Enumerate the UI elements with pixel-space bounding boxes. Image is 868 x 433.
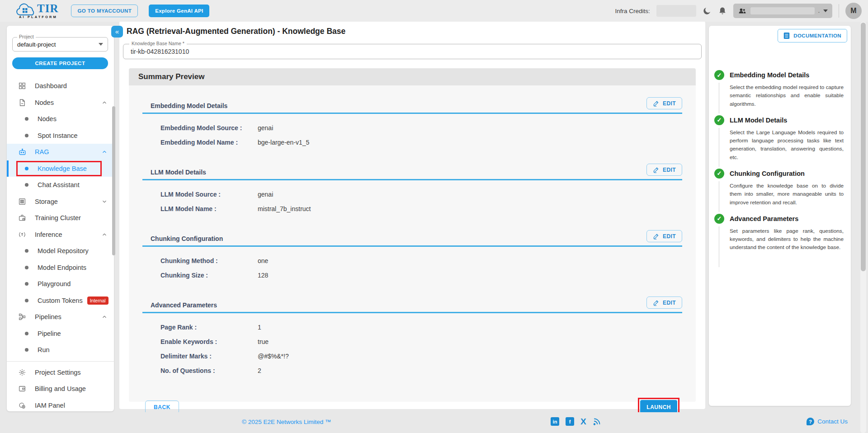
create-project-button[interactable]: CREATE PROJECT bbox=[12, 57, 108, 69]
summary-row: Chunking Size : 128 bbox=[160, 272, 682, 279]
sidebar-item-iam-panel[interactable]: IAM Panel bbox=[7, 397, 114, 414]
sidebar-item-knowledge-base[interactable]: Knowledge Base bbox=[7, 160, 114, 177]
user-account-dropdown[interactable]: . bbox=[733, 4, 832, 18]
summary-preview-title: Summary Preview bbox=[129, 68, 696, 85]
sidebar-item-pipeline[interactable]: Pipeline bbox=[7, 325, 114, 342]
page-title: RAG (Retrieval-Augmented Generation) - K… bbox=[127, 27, 345, 36]
section-advanced-parameters: Advanced Parameters EDIT bbox=[142, 297, 682, 313]
sidebar-item-nodes-sub[interactable]: Nodes bbox=[7, 111, 114, 127]
bullet-icon bbox=[25, 266, 28, 269]
sidebar-scrollbar[interactable] bbox=[112, 106, 115, 255]
brand-name: TIR bbox=[37, 4, 58, 14]
step-embedding-model-details: ✓ Embedding Model Details Select the emb… bbox=[714, 70, 844, 108]
copyright-text: © 2025 E2E Networks Limited ™ bbox=[242, 419, 331, 425]
sidebar-collapse-button[interactable]: « bbox=[111, 26, 123, 38]
section-title: Chunking Configuration bbox=[151, 235, 223, 242]
notifications-bell-icon[interactable] bbox=[718, 6, 727, 15]
edit-chunking-button[interactable]: EDIT bbox=[646, 230, 682, 242]
linkedin-icon[interactable]: in bbox=[551, 417, 559, 426]
people-icon bbox=[738, 6, 747, 15]
username-redacted bbox=[750, 7, 815, 14]
internal-badge: Internal bbox=[87, 297, 108, 305]
knowledge-base-name-field: Knowledge Base Name * bbox=[123, 44, 702, 59]
sidebar-item-model-endpoints[interactable]: Model Endpoints bbox=[7, 259, 114, 276]
summary-row: LLM Model Name : mistral_7b_instruct bbox=[160, 205, 682, 212]
avatar[interactable]: M bbox=[845, 3, 862, 19]
chevron-up-icon bbox=[101, 99, 108, 106]
sidebar-item-training-cluster[interactable]: Training Cluster bbox=[7, 210, 114, 226]
page-scrollbar[interactable] bbox=[860, 22, 866, 433]
bullet-icon bbox=[25, 332, 28, 335]
check-circle-icon: ✓ bbox=[714, 169, 724, 179]
project-select-value: default-project bbox=[17, 41, 99, 48]
steps-help-panel: DOCUMENTATION ✓ Embedding Model Details … bbox=[709, 26, 851, 406]
documentation-button[interactable]: DOCUMENTATION bbox=[778, 29, 847, 42]
footer: © 2025 E2E Networks Limited ™ in f X ? C… bbox=[0, 412, 868, 433]
briefcase-clock-icon bbox=[18, 214, 27, 222]
dark-mode-moon-icon[interactable] bbox=[703, 6, 712, 15]
knowledge-base-name-input[interactable] bbox=[123, 44, 702, 59]
sidebar-item-billing-and-usage[interactable]: Billing and Usage bbox=[7, 381, 114, 397]
sidebar-item-chat-assistant[interactable]: Chat Assistant bbox=[7, 177, 114, 193]
app-root: TIR AI PLATFORM GO TO MYACCOUNT Explore … bbox=[0, 0, 868, 433]
bullet-icon bbox=[25, 299, 28, 302]
edit-embedding-button[interactable]: EDIT bbox=[646, 97, 682, 109]
top-header: TIR AI PLATFORM GO TO MYACCOUNT Explore … bbox=[0, 0, 868, 22]
chevron-down-icon bbox=[823, 9, 828, 12]
sidebar-item-run[interactable]: Run bbox=[7, 342, 114, 358]
facebook-icon[interactable]: f bbox=[566, 417, 574, 426]
nav-divider bbox=[7, 361, 114, 362]
step-advanced-parameters: ✓ Advanced Parameters Set parameters lik… bbox=[714, 214, 844, 252]
sidebar-item-custom-tokens[interactable]: Custom Tokens Internal bbox=[7, 292, 114, 309]
bullet-icon bbox=[25, 183, 28, 187]
explore-genai-api-button[interactable]: Explore GenAI API bbox=[149, 5, 209, 17]
sidebar-item-storage[interactable]: Storage bbox=[7, 193, 114, 210]
help-icon: ? bbox=[807, 418, 814, 425]
sidebar-item-nodes[interactable]: Nodes bbox=[7, 94, 114, 111]
pencil-icon bbox=[653, 299, 660, 306]
section-chunking-configuration: Chunking Configuration EDIT bbox=[142, 230, 682, 247]
sidebar-item-dashboard[interactable]: Dashboard bbox=[7, 78, 114, 94]
summary-row: Delimiter Marks : @#$%&*!? bbox=[160, 353, 682, 360]
tir-logo[interactable]: TIR AI PLATFORM bbox=[15, 3, 58, 19]
section-title: Embedding Model Details bbox=[151, 102, 227, 109]
step-chunking-configuration: ✓ Chunking Configuration Configure the k… bbox=[714, 169, 844, 207]
goto-myaccount-button[interactable]: GO TO MYACCOUNT bbox=[71, 5, 138, 17]
sidebar-item-spot-instance[interactable]: Spot Instance bbox=[7, 127, 114, 144]
rss-icon[interactable] bbox=[593, 417, 601, 426]
sidebar-item-inference[interactable]: Inference bbox=[7, 226, 114, 243]
brand-subtitle: AI PLATFORM bbox=[19, 15, 58, 19]
summary-row: Embedding Model Source : genai bbox=[160, 124, 682, 132]
infra-credits-redacted-value bbox=[656, 5, 696, 17]
wallet-icon bbox=[18, 385, 27, 393]
step-connector bbox=[719, 83, 719, 113]
x-twitter-icon[interactable]: X bbox=[580, 417, 586, 426]
contact-us-link[interactable]: ? Contact Us bbox=[807, 418, 848, 425]
project-select[interactable]: Project default-project bbox=[12, 37, 108, 52]
summary-preview-card: Summary Preview Embedding Model Details … bbox=[129, 68, 696, 402]
edit-llm-button[interactable]: EDIT bbox=[646, 164, 682, 176]
infra-credits-label: Infra Credits: bbox=[615, 8, 650, 14]
section-llm-model-details: LLM Model Details EDIT bbox=[142, 164, 682, 180]
robot-icon bbox=[18, 148, 27, 156]
pipelines-schema-icon bbox=[18, 313, 27, 321]
check-circle-icon: ✓ bbox=[714, 70, 724, 80]
edit-advanced-button[interactable]: EDIT bbox=[646, 297, 682, 309]
sidebar-item-rag[interactable]: RAG bbox=[7, 144, 114, 160]
summary-row: Chunking Method : one bbox=[160, 257, 682, 264]
sidebar-item-model-repository[interactable]: Model Repository bbox=[7, 243, 114, 259]
sidebar-item-playground[interactable]: Playground bbox=[7, 276, 114, 292]
step-connector bbox=[719, 128, 719, 167]
storage-grid-icon bbox=[18, 198, 27, 206]
sidebar-item-project-settings[interactable]: Project Settings bbox=[7, 364, 114, 381]
bullet-icon bbox=[25, 117, 28, 121]
pencil-icon bbox=[653, 100, 660, 107]
summary-row: LLM Model Source : genai bbox=[160, 191, 682, 198]
sidebar-item-pipelines[interactable]: Pipelines bbox=[7, 309, 114, 325]
section-title: Advanced Parameters bbox=[151, 301, 217, 309]
user-pill-suffix: . bbox=[818, 8, 820, 14]
scrollbar-thumb[interactable] bbox=[861, 23, 866, 271]
left-sidebar: Project default-project CREATE PROJECT D… bbox=[7, 26, 114, 411]
dashboard-icon bbox=[18, 82, 27, 90]
summary-row: Page Rank : 1 bbox=[160, 324, 682, 331]
